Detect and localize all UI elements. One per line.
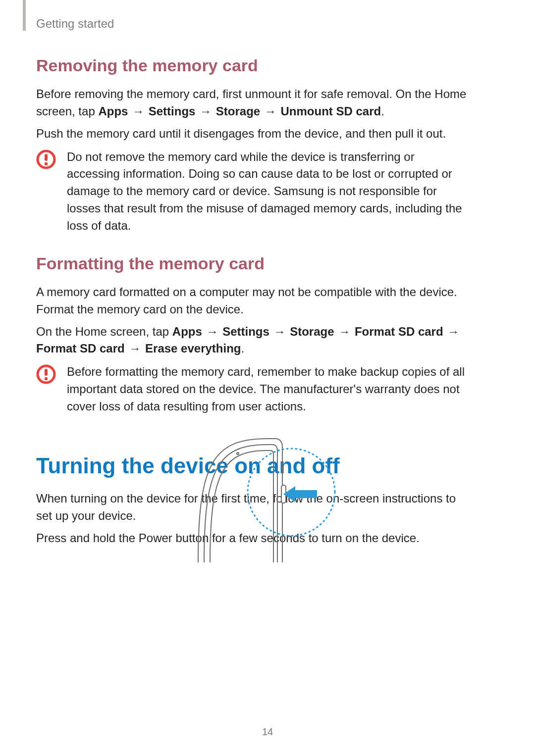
format-path-5: Erase everything xyxy=(145,342,241,355)
caution-remove-text: Do not remove the memory card while the … xyxy=(67,149,467,235)
arrow-icon: → xyxy=(205,323,219,341)
caution-icon xyxy=(36,363,67,387)
svg-point-5 xyxy=(45,377,48,380)
format-path-2: Storage xyxy=(290,325,334,338)
page-number: 14 xyxy=(0,725,535,739)
arrow-icon: → xyxy=(128,340,142,357)
format-p2-lead: On the Home screen, tap xyxy=(36,325,172,338)
svg-point-6 xyxy=(237,453,239,454)
arrow-icon: → xyxy=(131,103,145,120)
heading-removing-memory-card: Removing the memory card xyxy=(36,53,467,78)
remove-path-0: Apps xyxy=(98,104,128,118)
svg-rect-1 xyxy=(45,154,48,161)
format-p1: A memory card formatted on a computer ma… xyxy=(36,284,467,318)
chapter-heading: Getting started xyxy=(36,15,114,33)
page-tab-mark xyxy=(23,0,26,31)
caution-format-text: Before formatting the memory card, remem… xyxy=(67,363,467,415)
remove-path-3: Unmount SD card xyxy=(280,104,381,118)
caution-remove: Do not remove the memory card while the … xyxy=(36,149,467,235)
format-path-4: Format SD card xyxy=(36,342,125,355)
heading-formatting-memory-card: Formatting the memory card xyxy=(36,252,467,276)
remove-path-1: Settings xyxy=(149,104,196,118)
arrow-left-icon xyxy=(283,486,317,502)
svg-point-2 xyxy=(45,162,48,165)
arrow-icon: → xyxy=(337,323,351,341)
arrow-icon: → xyxy=(199,103,213,120)
format-path-3: Format SD card xyxy=(355,325,443,338)
svg-rect-4 xyxy=(45,369,48,376)
arrow-icon: → xyxy=(446,323,460,341)
arrow-icon: → xyxy=(273,323,287,341)
format-p2-tail: . xyxy=(241,342,245,355)
remove-path-2: Storage xyxy=(216,104,260,118)
format-p2: On the Home screen, tap Apps → Settings … xyxy=(36,323,467,358)
format-path-0: Apps xyxy=(172,325,202,338)
remove-p2: Push the memory card until it disengages… xyxy=(36,125,467,143)
remove-p1-tail: . xyxy=(381,104,384,118)
format-path-1: Settings xyxy=(222,325,269,338)
caution-icon xyxy=(36,149,67,172)
figure-power-button xyxy=(0,434,535,565)
remove-p1: Before removing the memory card, first u… xyxy=(36,86,467,120)
arrow-icon: → xyxy=(264,103,277,120)
caution-format: Before formatting the memory card, remem… xyxy=(36,363,467,415)
